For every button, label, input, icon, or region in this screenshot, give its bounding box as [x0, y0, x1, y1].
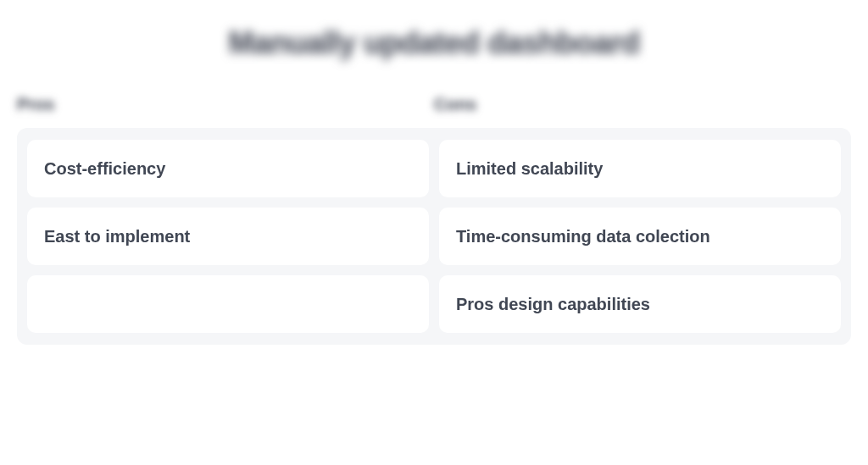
left-cards: Cost-efficiency East to implement	[27, 140, 429, 333]
left-column: Pros	[17, 95, 434, 128]
list-item: East to implement	[27, 208, 429, 265]
list-item: Limited scalability	[439, 140, 841, 197]
cards-panel: Cost-efficiency East to implement Limite…	[17, 128, 851, 345]
right-cards: Limited scalability Time-consuming data …	[439, 140, 841, 333]
page-title: Manually updated dashboard	[17, 25, 851, 61]
list-item	[27, 275, 429, 333]
right-column-header: Cons	[434, 95, 851, 114]
list-item: Cost-efficiency	[27, 140, 429, 197]
left-column-header: Pros	[17, 95, 434, 114]
list-item: Pros design capabilities	[439, 275, 841, 333]
columns-wrapper: Pros Cons	[17, 95, 851, 128]
right-column: Cons	[434, 95, 851, 128]
list-item: Time-consuming data colection	[439, 208, 841, 265]
